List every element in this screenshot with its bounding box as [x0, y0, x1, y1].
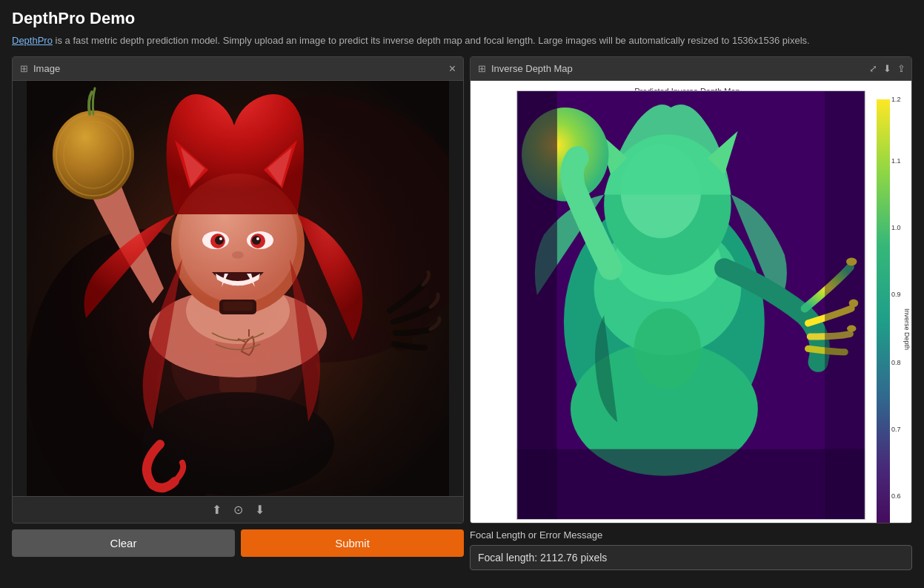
image-panel-header-left: ⊞ Image: [19, 63, 60, 74]
character-image: [27, 81, 449, 496]
depth-plot: Predicted Inverse Depth Map: [471, 81, 911, 523]
colorbar-label-12: 1.2: [891, 96, 901, 103]
depth-download-icon[interactable]: ⬇: [883, 63, 891, 74]
submit-button[interactable]: Submit: [241, 529, 464, 557]
focal-label: Focal Length or Error Message: [470, 529, 912, 541]
zoom-icon[interactable]: ⊙: [233, 503, 243, 517]
colorbar-gradient: [877, 99, 890, 523]
depth-content: Predicted Inverse Depth Map: [471, 81, 911, 523]
depth-panel-icon: ⊞: [476, 64, 487, 74]
depthpro-link[interactable]: DepthPro: [12, 35, 53, 46]
colorbar-title: Inverse Depth: [903, 308, 911, 350]
depth-header-icons: ⤢ ⬇ ⇪: [869, 63, 905, 74]
image-panel-header: ⊞ Image ×: [13, 57, 463, 81]
description: DepthPro is a fast metric depth predicti…: [12, 34, 912, 47]
focal-input[interactable]: [470, 545, 912, 570]
image-panel-icon: ⊞: [19, 64, 29, 74]
bottom-section: Clear Submit Focal Length or Error Messa…: [12, 529, 912, 570]
svg-rect-50: [517, 449, 865, 520]
panels-row: ⊞ Image ×: [12, 56, 912, 523]
depth-panel-header: ⊞ Inverse Depth Map ⤢ ⬇ ⇪: [471, 57, 911, 81]
depth-map-svg: [471, 81, 911, 523]
colorbar-label-06: 0.6: [891, 492, 901, 500]
download-icon[interactable]: ⬇: [255, 503, 265, 517]
colorbar-label-11: 1.1: [891, 157, 901, 165]
svg-point-33: [67, 96, 408, 481]
image-area[interactable]: [13, 81, 463, 496]
image-panel-close-button[interactable]: ×: [448, 63, 457, 75]
app-container: DepthPro Demo DepthPro is a fast metric …: [0, 0, 924, 579]
colorbar-label-08: 0.8: [891, 359, 901, 366]
share-icon[interactable]: ⇪: [897, 63, 905, 74]
depth-panel: ⊞ Inverse Depth Map ⤢ ⬇ ⇪ Predicted Inve…: [470, 56, 912, 523]
colorbar-label-10: 1.0: [891, 224, 901, 231]
depth-panel-header-left: ⊞ Inverse Depth Map: [476, 63, 573, 74]
expand-icon[interactable]: ⤢: [869, 63, 877, 74]
svg-point-47: [634, 308, 701, 389]
image-panel: ⊞ Image ×: [12, 56, 464, 523]
depth-panel-label: Inverse Depth Map: [491, 63, 573, 74]
colorbar-label-07: 0.7: [891, 426, 901, 433]
app-title: DepthPro Demo: [12, 9, 912, 28]
description-text: is a fast metric depth prediction model.…: [56, 35, 810, 46]
colorbar-area: 1.2 1.1 1.0 0.9 0.8 0.7 0.6 0.5 Inverse …: [871, 92, 911, 523]
clear-button[interactable]: Clear: [12, 529, 235, 557]
image-toolbar: ⬆ ⊙ ⬇: [13, 496, 463, 523]
buttons-area: Clear Submit: [12, 529, 464, 557]
focal-section: Focal Length or Error Message: [470, 529, 912, 570]
colorbar-label-09: 0.9: [891, 291, 901, 298]
upload-icon[interactable]: ⬆: [212, 503, 222, 517]
image-panel-label: Image: [33, 63, 60, 74]
svg-rect-52: [877, 99, 890, 523]
